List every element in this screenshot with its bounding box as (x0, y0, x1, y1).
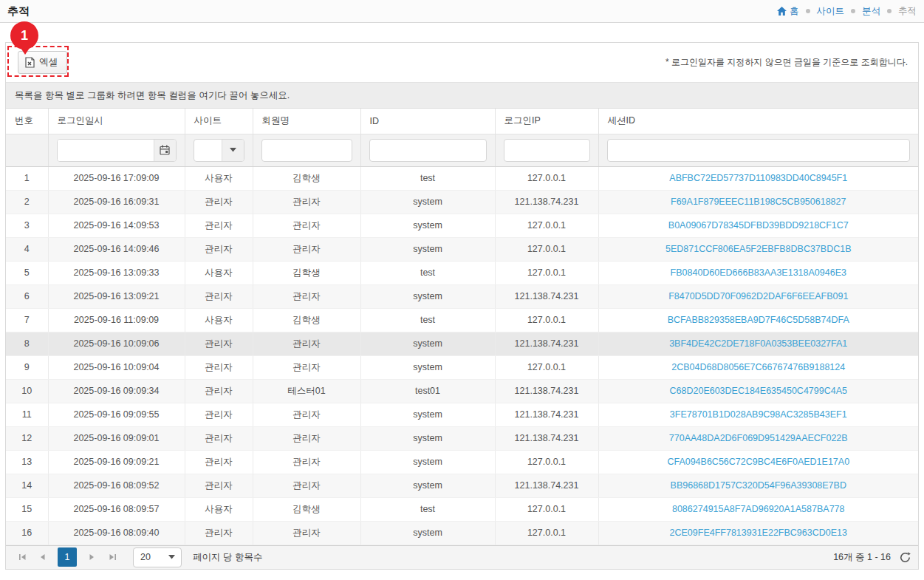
table-row[interactable]: 12 2025-09-16 09:09:01 관리자 관리자 system 12… (6, 426, 918, 450)
page-title: 추적 (7, 4, 30, 18)
table-row[interactable]: 7 2025-09-16 11:09:09 사용자 김학생 test 127.0… (6, 308, 918, 332)
table-row[interactable]: 6 2025-09-16 13:09:21 관리자 관리자 system 121… (6, 284, 918, 308)
session-id-filter-input[interactable] (607, 139, 911, 162)
session-id-link[interactable]: 2CE09FE4FF7813931E22FBC963CD0E13 (670, 528, 847, 538)
cell-site: 사용자 (185, 261, 253, 284)
first-page-button[interactable] (13, 548, 31, 566)
cell-session-id: 3BF4DE42C2DE718F0A0353BEE0327FA1 (598, 332, 918, 355)
cell-id: system (360, 426, 495, 450)
cell-member-name: 관리자 (253, 190, 360, 214)
refresh-button[interactable] (900, 552, 911, 563)
table-row[interactable]: 4 2025-09-16 14:09:46 관리자 관리자 system 127… (6, 237, 918, 261)
calendar-button[interactable] (154, 140, 176, 161)
session-id-link[interactable]: ABFBC72ED57737D110983DD40C8945F1 (669, 173, 847, 183)
column-header-member-name[interactable]: 회원명 (253, 109, 360, 134)
session-id-link[interactable]: 2CB04D68D8056E7C66767476B9188124 (671, 362, 845, 372)
previous-page-button[interactable] (34, 548, 52, 566)
table-row[interactable]: 1 2025-09-16 17:09:09 사용자 김학생 test 127.0… (6, 166, 918, 190)
breadcrumb-item-analysis[interactable]: 분석 (862, 5, 880, 18)
dropdown-button[interactable] (162, 548, 181, 567)
cell-login-datetime: 2025-09-16 13:09:33 (48, 261, 185, 284)
cell-login-datetime: 2025-09-16 10:09:04 (48, 355, 185, 379)
login-history-table: 번호 로그인일시 사이트 회원명 ID 로그인IP 세션ID (6, 109, 918, 545)
member-name-filter-input[interactable] (261, 139, 352, 162)
grid-panel: 엑셀 * 로그인일자를 지정하지 않으면 금일을 기준으로 조회합니다. 목록을… (5, 42, 919, 570)
next-page-icon (89, 553, 95, 561)
table-row[interactable]: 15 2025-09-16 08:09:57 사용자 김학생 test 127.… (6, 497, 918, 521)
cell-id: system (360, 355, 495, 379)
chevron-down-icon (230, 148, 236, 152)
cell-session-id: BB96868D1757C320D54F96A39308E7BD (598, 474, 918, 497)
table-row[interactable]: 16 2025-09-16 08:09:40 관리자 관리자 system 12… (6, 521, 918, 545)
table-row[interactable]: 2 2025-09-16 16:09:31 관리자 관리자 system 121… (6, 190, 918, 214)
session-id-link[interactable]: 8086274915A8F7AD96920A1A587BA778 (672, 504, 845, 514)
cell-session-id: 2CE09FE4FF7813931E22FBC963CD0E13 (598, 521, 918, 545)
cell-id: system (360, 403, 495, 426)
cell-id: test (360, 261, 495, 284)
cell-login-ip: 127.0.0.1 (495, 261, 598, 284)
cell-session-id: F69A1F879EEEC11B198C5CB950618827 (598, 190, 918, 214)
column-header-session-id[interactable]: 세션ID (598, 109, 918, 134)
session-id-link[interactable]: CFA094B6C56C72C9BC4E6F0AED1E17A0 (667, 457, 849, 467)
id-filter-input[interactable] (369, 139, 487, 162)
table-row[interactable]: 3 2025-09-16 14:09:53 관리자 관리자 system 127… (6, 214, 918, 237)
cell-session-id: FB0840D60ED666B83AA3E1318A0946E3 (598, 261, 918, 284)
session-id-link[interactable]: 3FE78701B1D028AB9C98AC3285B43EF1 (670, 409, 847, 420)
session-id-link[interactable]: BB96868D1757C320D54F96A39308E7BD (671, 480, 846, 491)
column-header-no[interactable]: 번호 (6, 109, 48, 134)
cell-no: 5 (6, 261, 48, 284)
next-page-button[interactable] (83, 548, 100, 566)
cell-login-datetime: 2025-09-16 16:09:31 (48, 190, 185, 214)
cell-member-name: 관리자 (253, 237, 360, 261)
session-id-link[interactable]: 3BF4DE42C2DE718F0A0353BEE0327FA1 (669, 338, 847, 349)
last-page-button[interactable] (103, 548, 121, 566)
session-id-link[interactable]: C68D20E603DEC184E635450C4799C4A5 (670, 386, 847, 396)
table-row[interactable]: 13 2025-09-16 09:09:21 관리자 관리자 system 12… (6, 450, 918, 474)
filter-cell-member-name (253, 134, 360, 166)
column-header-login-ip[interactable]: 로그인IP (495, 109, 598, 134)
excel-file-icon (25, 57, 35, 68)
table-header-row: 번호 로그인일시 사이트 회원명 ID 로그인IP 세션ID (6, 109, 918, 134)
cell-no: 7 (6, 308, 48, 332)
cell-id: system (360, 521, 495, 545)
table-row[interactable]: 8 2025-09-16 10:09:06 관리자 관리자 system 121… (6, 332, 918, 355)
column-header-id[interactable]: ID (360, 109, 495, 134)
breadcrumb-item-home[interactable]: 홈 (777, 5, 799, 18)
breadcrumb-item-site[interactable]: 사이트 (817, 5, 845, 18)
site-filter-dropdown[interactable] (194, 139, 244, 162)
cell-session-id: F8470D5DD70F0962D2DAF6F6EEAFB091 (598, 284, 918, 308)
grid-toolbar: 엑셀 * 로그인일자를 지정하지 않으면 금일을 기준으로 조회합니다. (6, 43, 918, 83)
annotation-badge-1: 1 (10, 21, 38, 50)
cell-login-ip: 121.138.74.231 (495, 426, 598, 450)
session-id-link[interactable]: BCFABB829358EBA9D7F46C5D58B74DFA (668, 315, 849, 325)
session-id-link[interactable]: 5ED871CCF806EA5F2EBFB8DBC37BDC1B (665, 244, 852, 254)
cell-session-id: 3FE78701B1D028AB9C98AC3285B43EF1 (598, 403, 918, 426)
table-row[interactable]: 14 2025-09-16 08:09:52 관리자 관리자 system 12… (6, 474, 918, 497)
table-row[interactable]: 5 2025-09-16 13:09:33 사용자 김학생 test 127.0… (6, 261, 918, 284)
cell-no: 16 (6, 521, 48, 545)
current-page-button[interactable]: 1 (58, 547, 77, 567)
session-id-link[interactable]: F69A1F879EEEC11B198C5CB950618827 (671, 197, 846, 207)
table-row[interactable]: 10 2025-09-16 09:09:34 관리자 테스터01 test01 … (6, 379, 918, 403)
breadcrumb-separator-dot (851, 9, 855, 13)
cell-member-name: 관리자 (253, 332, 360, 355)
table-row[interactable]: 11 2025-09-16 09:09:55 관리자 관리자 system 12… (6, 403, 918, 426)
session-id-link[interactable]: B0A09067D78345DFBD39BDD9218CF1C7 (668, 220, 849, 231)
cell-site: 관리자 (185, 426, 253, 450)
session-id-link[interactable]: F8470D5DD70F0962D2DAF6F6EEAFB091 (668, 291, 848, 301)
column-header-login-datetime[interactable]: 로그인일시 (48, 109, 185, 134)
cell-id: system (360, 284, 495, 308)
cell-login-datetime: 2025-09-16 08:09:40 (48, 521, 185, 545)
group-by-drop-area[interactable]: 목록을 항목 별로 그룹화 하려면 항목 컬럼을 여기다 끌어 놓으세요. (6, 83, 918, 109)
login-ip-filter-input[interactable] (504, 139, 590, 162)
cell-member-name: 관리자 (253, 403, 360, 426)
cell-id: test (360, 308, 495, 332)
dropdown-button[interactable] (222, 140, 244, 161)
cell-member-name: 김학생 (253, 166, 360, 190)
session-id-link[interactable]: FB0840D60ED666B83AA3E1318A0946E3 (671, 267, 846, 278)
login-date-filter-input[interactable] (58, 140, 154, 162)
session-id-link[interactable]: 770AA48DA2D6F069D951429AAECF022B (669, 433, 848, 443)
table-row[interactable]: 9 2025-09-16 10:09:04 관리자 관리자 system 127… (6, 355, 918, 379)
page-size-dropdown[interactable]: 20 (133, 547, 182, 567)
column-header-site[interactable]: 사이트 (185, 109, 253, 134)
